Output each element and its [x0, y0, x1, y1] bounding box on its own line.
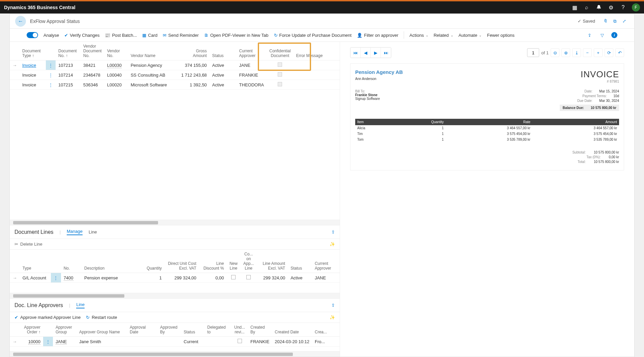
actions-menu[interactable]: Actions — [409, 33, 428, 38]
verify-changes-action[interactable]: ✔Verify Changes — [64, 33, 99, 38]
prev-page-button[interactable]: ◀ — [361, 48, 371, 58]
reminder-icon: ✉ — [163, 33, 166, 38]
pdf-icon: 🗎 — [204, 33, 209, 38]
last-page-button[interactable]: ⏭ — [381, 48, 391, 58]
approvers-hscroll[interactable] — [10, 351, 340, 357]
doclines-hscroll[interactable] — [10, 293, 340, 298]
fewer-options-action[interactable]: Fewer options — [487, 33, 515, 38]
col-status[interactable]: Status — [210, 42, 237, 60]
col-confidential[interactable]: Confidential Document — [267, 42, 293, 60]
search-icon[interactable]: ⌕ — [581, 1, 593, 13]
col-doctype[interactable]: Document Type ↑ — [20, 42, 46, 60]
col-vendorname[interactable]: Vendor Name — [128, 42, 179, 60]
minus-icon[interactable]: − — [583, 48, 592, 57]
post-batch-action[interactable]: 📰Post Batch... — [105, 33, 137, 38]
delete-line-action[interactable]: ✂Delete Line — [14, 242, 42, 247]
table-row[interactable]: Invoice⋮107215536346L00020Microsoft Soft… — [10, 80, 340, 90]
col-docno[interactable]: Document No. ↑ — [56, 42, 81, 60]
help-icon[interactable]: ? — [617, 1, 629, 13]
saved-indicator: Saved — [578, 19, 595, 24]
card-action[interactable]: ▦Card — [142, 33, 157, 38]
approvers-tab-line[interactable]: Line — [76, 302, 85, 308]
main-hscroll[interactable] — [10, 220, 340, 225]
doclines-actions: ✂Delete Line ✨ — [10, 239, 340, 250]
related-menu[interactable]: Related — [434, 33, 453, 38]
doclines-tab-line[interactable]: Line — [89, 229, 97, 235]
undo-icon[interactable]: ↶ — [615, 48, 624, 57]
filter-icon[interactable]: ▽ — [599, 33, 606, 38]
zoom-in-icon[interactable]: ⊕ — [561, 48, 570, 57]
preview-toolbar: ⏮ ◀ ▶ ⏭ of 1 ⊖ ⊕ ⤓ − + ⟳ ↶ — [350, 47, 624, 58]
send-reminder-action[interactable]: ✉Send Reminder — [163, 33, 198, 38]
doclines-share-icon[interactable]: ⇪ — [331, 229, 335, 235]
automate-menu[interactable]: Automate — [459, 33, 482, 38]
col-approver[interactable]: Current Approver — [237, 42, 267, 60]
popout-icon[interactable]: ⧉ — [610, 17, 619, 26]
check-icon: ✔ — [14, 315, 18, 320]
invoice-preview: Pension Agency AB Ann Anderson INVOICE #… — [350, 63, 624, 170]
doclines-maximize-icon[interactable]: ✨ — [330, 242, 335, 247]
page-input[interactable] — [527, 48, 539, 57]
invoice-item-row: Tom13 535 789,00 kr3 535 789,00 kr — [355, 137, 619, 142]
analyse-toggle[interactable] — [27, 32, 38, 38]
table-row[interactable]: →G/L Account⋮7400Pension expense1299 324… — [10, 273, 340, 283]
settings-icon[interactable]: ⚙ — [605, 1, 617, 13]
row-menu-icon[interactable]: ⋮ — [46, 70, 56, 80]
restart-icon: ↻ — [86, 315, 90, 320]
newline-checkbox[interactable] — [231, 275, 236, 279]
action-bar: Analyse ✔Verify Changes 📰Post Batch... ▦… — [10, 29, 634, 42]
confidential-checkbox[interactable] — [278, 82, 282, 86]
back-button[interactable]: ← — [15, 16, 26, 27]
table-row[interactable]: →10000⋮JANEJane SmithCurrentFRANKIE2024-… — [10, 337, 340, 347]
approvers-maximize-icon[interactable]: ✨ — [330, 315, 335, 320]
download-icon[interactable]: ⤓ — [572, 48, 581, 57]
approvers-share-icon[interactable]: ⇪ — [331, 303, 335, 308]
refresh-icon[interactable]: ⟳ — [605, 48, 613, 57]
col-errormsg[interactable]: Error Message — [294, 42, 340, 60]
approvers-table: Approver Order ↑ Approver Group Approver… — [10, 323, 340, 347]
col-vendordocno[interactable]: Vendor Document No. — [81, 42, 104, 60]
notifications-icon[interactable]: 🔔︎ — [593, 1, 605, 13]
update-icon: ↻ — [274, 33, 278, 38]
col-gross[interactable]: Gross Amount — [179, 42, 210, 60]
global-header: Dynamics 365 Business Central ▦ ⌕ 🔔︎ ⚙ ?… — [0, 1, 644, 13]
invoice-item-row: Alicia13 464 557,00 kr3 464 557,00 kr — [355, 125, 619, 131]
doclines-title: Document Lines — [14, 229, 54, 235]
plus-icon[interactable]: + — [594, 48, 603, 57]
filter-approver-action[interactable]: 👤Filter on approver — [357, 33, 398, 38]
approve-line-action[interactable]: ✔Approve marked Approver Line — [14, 315, 81, 320]
page-header: ← ExFlow Approval Status Saved 🔖︎ ⧉ ⤢ — [10, 14, 634, 29]
invoice-items-table: Item Quantity Rate Amount Alicia13 464 5… — [355, 119, 619, 142]
row-menu-icon[interactable]: ⋮ — [43, 337, 53, 347]
confidential-checkbox[interactable] — [278, 72, 282, 77]
approvers-title: Doc. Line Approvers — [14, 302, 63, 308]
doclines-tab-manage[interactable]: Manage — [67, 229, 83, 235]
post-icon: 📰 — [105, 33, 110, 38]
environment-icon[interactable]: ▦ — [569, 1, 581, 13]
col-vendorno[interactable]: Vendor No. — [104, 42, 128, 60]
restart-route-action[interactable]: ↻Restart route — [86, 315, 117, 320]
row-menu-icon[interactable]: ⋮ — [46, 60, 56, 70]
preview-pane: ⏮ ◀ ▶ ⏭ of 1 ⊖ ⊕ ⤓ − + ⟳ ↶ — [340, 42, 634, 357]
user-avatar[interactable]: F — [632, 3, 640, 11]
row-menu-icon[interactable]: ⋮ — [51, 273, 61, 283]
collapse-icon[interactable]: ⤢ — [619, 17, 629, 26]
info-icon[interactable]: i — [611, 32, 617, 38]
force-update-action[interactable]: ↻Force Update of Purchase Document — [274, 33, 352, 38]
zoom-out-icon[interactable]: ⊖ — [551, 48, 559, 57]
open-pdf-action[interactable]: 🗎Open PDF-Viewer in New Tab — [204, 33, 269, 38]
approvers-actions: ✔Approve marked Approver Line ↻Restart r… — [10, 312, 340, 323]
row-menu-icon[interactable]: ⋮ — [46, 80, 56, 90]
approvers-header: Doc. Line Approvers | Line ⇪ — [10, 298, 340, 312]
doclines-table: Type No. Description Quantity Direct Uni… — [10, 250, 340, 283]
share-icon[interactable]: ⇪ — [586, 33, 593, 38]
bookmark-icon[interactable]: 🔖︎ — [601, 17, 610, 26]
analyse-action[interactable]: Analyse — [43, 33, 59, 38]
next-page-button[interactable]: ▶ — [371, 48, 381, 58]
table-row[interactable]: Invoice⋮1072142346478L00040SS Consulting… — [10, 70, 340, 80]
und-checkbox[interactable] — [238, 339, 242, 343]
first-page-button[interactable]: ⏮ — [350, 48, 361, 58]
coapp-checkbox[interactable] — [246, 275, 251, 279]
confidential-checkbox[interactable] — [278, 62, 282, 67]
table-row[interactable]: →Invoice⋮10721338421L00030Pension Agency… — [10, 60, 340, 70]
